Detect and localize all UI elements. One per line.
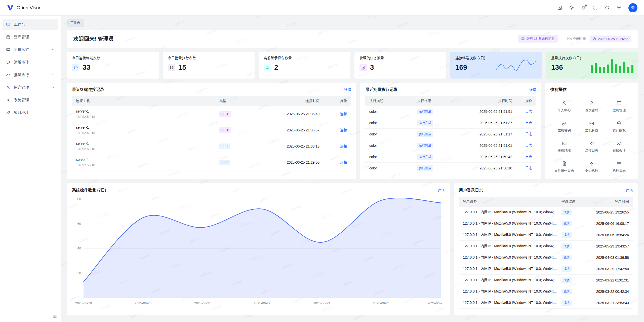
asset-box-icon [6,35,10,39]
sidebar-item-assets[interactable]: 资产管理 [3,31,58,43]
quick-action-connection-log[interactable]: 连接日志 [578,137,605,157]
stat-cards-row: 今日连接终端次数 33 今日批量执行次数 {} 15 当前登录设备数量 2 [67,52,638,79]
welcome-banner: 欢迎回来! 管理员 您有 15 条未读消息 上次登录时间 2025-06-25 … [67,30,638,48]
quick-action-execution-log[interactable]: 执行日志 [606,157,633,177]
quick-action-host-key[interactable]: 主机密钥 [550,117,578,137]
log-link[interactable]: 日志 [525,166,532,170]
breadcrumb[interactable]: 工作台 [67,19,84,27]
login-row: 127.0.0.1 - 内网IP - Mozilla/5.0 (Windows … [459,297,633,309]
host-name: server-1 [76,125,211,130]
login-result-tag: 成功 [561,243,572,249]
login-result-tag: 成功 [561,266,572,272]
exec-description: color [365,140,413,151]
login-time: 2025-03-22 01:01:31 [586,275,633,286]
quick-action-host-terminal[interactable]: 主机终端 [550,137,578,157]
connect-link[interactable]: 连接 [340,112,347,116]
sidebar-item-project-link[interactable]: 项目地址 [3,107,58,118]
sidebar-collapse-icon[interactable] [53,314,57,318]
message-icon [521,37,525,41]
batch-records-panel: 最近批量执行记录 详情 执行描述 执行状态 执行时间 操作 color执行完成2… [360,83,541,179]
lock-icon [589,101,594,106]
login-row: 127.0.0.1 - 内网IP - Mozilla/5.0 (Windows … [459,275,633,286]
quick-actions-panel: 快捷操作 个人中心 修改密码 主机管理 主机密钥 [545,83,638,179]
stat-value: 136 [551,63,563,71]
batch-row: color执行完成2025-06-25 21:50:42日志 [365,151,536,163]
clock-icon [72,64,79,71]
sidebar-item-workbench[interactable]: 工作台 [3,19,58,30]
notification-bell-icon[interactable] [581,5,586,10]
connect-time: 2025-06-25 21:36:40 [248,106,324,122]
chevron-down-icon [52,48,55,51]
login-time: 2025-03-21 23:53:43 [586,297,633,309]
quick-action-personal-center[interactable]: 个人中心 [550,96,578,117]
exec-time: 2025-06-25 21:51:01 [456,140,516,151]
quick-action-asset-authorization[interactable]: 资产授权 [606,117,633,137]
column-header: 登录结果 [557,197,586,207]
sidebar-item-label: 系统管理 [14,98,29,102]
sidebar-item-host-ops[interactable]: 主机运维 [3,44,58,55]
sidebar-item-users[interactable]: 用户管理 [3,82,58,93]
terminal-details-link[interactable]: 详情 [344,88,351,92]
log-link[interactable]: 日志 [525,121,532,125]
quick-action-label: 执行日志 [613,168,626,173]
quick-action-label: 主机终端 [558,148,571,153]
language-icon[interactable] [557,5,562,10]
login-log-panel: 用户登录日志 详情 登录设备 登录结果 登录时间 127.0.0.1 - 内网I… [454,183,638,315]
unread-messages-chip[interactable]: 您有 15 条未读消息 [518,35,558,43]
batch-row: color执行完成2025-06-25 21:51:01日志 [365,140,536,151]
log-link[interactable]: 日志 [525,109,532,113]
log-link[interactable]: 日志 [525,155,532,159]
login-device: 127.0.0.1 - 内网IP - Mozilla/5.0 (Windows … [459,252,557,263]
login-details-link[interactable]: 详情 [626,188,633,193]
sidebar-item-label: 项目地址 [14,110,29,115]
login-result-tag: 成功 [561,289,572,294]
protocol-tag: SFTP [219,111,231,117]
login-device: 127.0.0.1 - 内网IP - Mozilla/5.0 (Windows … [459,218,557,229]
quick-action-command-execution[interactable]: 命令执行 [578,157,605,177]
sidebar-item-batch-exec[interactable]: 批量执行 [3,69,58,81]
refresh-icon[interactable] [605,5,610,10]
system-operations-chart: 204060802025-06-192025-06-202025-06-2120… [72,195,445,307]
panel-title: 最近终端连接记录 [72,87,104,92]
login-device: 127.0.0.1 - 内网IP - Mozilla/5.0 (Windows … [459,207,557,218]
stat-card-terminal-today: 今日连接终端次数 33 [67,52,159,79]
login-time: 2025-03-22 00:42:34 [586,286,633,297]
connect-link[interactable]: 连接 [340,128,347,132]
topbar-actions: 管 [557,3,637,12]
log-link[interactable]: 日志 [525,132,532,136]
sidebar-item-label: 资产管理 [14,35,29,40]
settings-gear-icon[interactable] [617,5,621,10]
quick-action-label: 命令执行 [585,168,598,173]
login-time: 2025-04-03 01:36:58 [586,252,633,263]
quick-action-file-operation-log[interactable]: 文件操作日志 [550,157,578,177]
connect-link[interactable]: 连接 [340,144,347,148]
theme-sun-icon[interactable] [569,5,574,10]
fullscreen-icon[interactable] [593,5,598,10]
chevron-down-icon [52,86,55,89]
svg-text:60: 60 [77,222,81,226]
login-time: 2025-05-29 19:43:57 [586,241,633,252]
sidebar-item-system[interactable]: 系统管理 [3,94,58,106]
user-avatar[interactable]: 管 [628,3,637,12]
terminal-row: server-1182.92.5.218SSH2025-06-25 21:29:… [72,154,351,170]
quick-action-host-management[interactable]: 主机管理 [606,96,633,117]
svg-text:80: 80 [77,197,81,201]
id-card-icon [589,121,594,126]
column-header: 执行描述 [365,96,413,106]
exec-time: 2025-06-25 21:51:17 [456,129,516,140]
log-link[interactable]: 日志 [525,143,532,147]
connect-link[interactable]: 连接 [340,160,347,164]
quick-action-online-sessions[interactable]: 在线会话 [606,137,633,157]
quick-action-label: 文件操作日志 [554,168,574,173]
welcome-title: 欢迎回来! 管理员 [73,35,114,42]
quick-action-change-password[interactable]: 修改密码 [578,96,605,117]
terminal-records-panel: 最近终端连接记录 详情 连接主机 类型 连接时间 操作 server-1182.… [67,83,356,179]
sidebar-item-audit[interactable]: 运维审计 [3,56,58,68]
sidebar-item-label: 主机运维 [14,47,29,52]
login-device: 127.0.0.1 - 内网IP - Mozilla/5.0 (Windows … [459,297,557,309]
batch-details-link[interactable]: 详情 [529,88,536,92]
quick-action-host-identity[interactable]: 主机身份 [578,117,605,137]
app-logo[interactable]: Orion Visor [7,4,41,12]
chart-details-link[interactable]: 详情 [438,188,445,193]
login-result-tag: 成功 [561,209,572,215]
